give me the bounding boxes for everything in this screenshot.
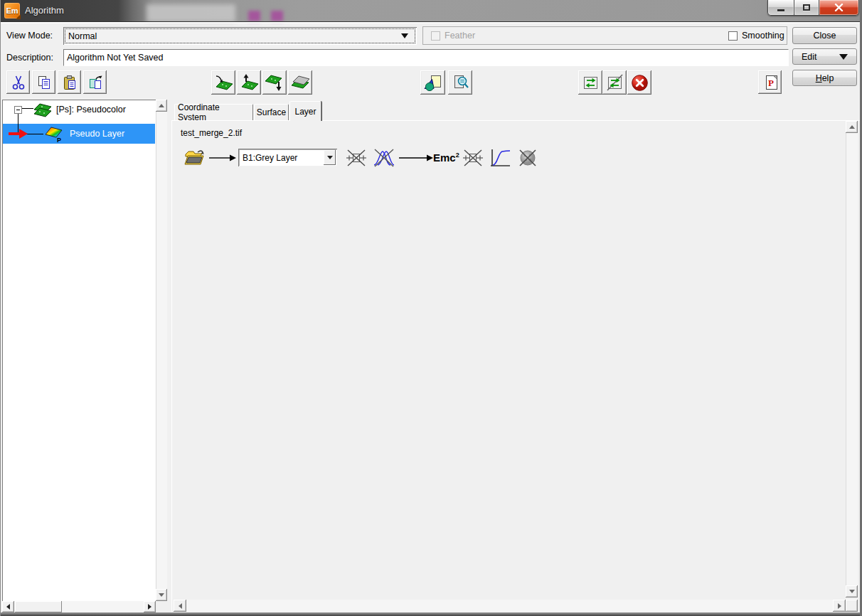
title-bar[interactable]: Em Algorithm xyxy=(1,0,862,22)
view-dataset-button[interactable] xyxy=(448,70,472,95)
refresh-image-button[interactable] xyxy=(578,70,602,95)
view-mode-value: Normal xyxy=(68,31,97,41)
main-hscrollbar[interactable] xyxy=(174,600,846,612)
kernel-sphere-button[interactable] xyxy=(517,148,538,168)
paste-special-button[interactable] xyxy=(83,70,107,94)
arrow-right-icon xyxy=(148,604,151,610)
main-scroll-down-button[interactable] xyxy=(846,585,858,598)
transform-icon xyxy=(489,148,511,168)
main-scroll-left-button[interactable] xyxy=(174,600,186,612)
arrow-up-icon xyxy=(849,125,855,129)
stop-drawing-button[interactable] xyxy=(627,70,651,95)
move-layer-down-button[interactable] xyxy=(262,70,287,95)
clipboard-icon xyxy=(61,74,78,91)
dataset-icon xyxy=(423,73,442,92)
copy-layer-button[interactable] xyxy=(288,70,312,95)
add-raster-layer-button[interactable] xyxy=(211,70,235,95)
print-postscript-button[interactable]: P xyxy=(758,70,782,94)
tree-root-label: [Ps]: Pseudocolor xyxy=(56,105,126,115)
paste-button[interactable] xyxy=(58,70,81,94)
copy-button[interactable] xyxy=(32,70,55,94)
chevron-down-icon xyxy=(327,156,333,159)
feather-smoothing-panel: Feather Smoothing xyxy=(422,26,787,45)
tree-collapse-icon[interactable] xyxy=(14,106,22,114)
tree-scroll-right-button[interactable] xyxy=(144,601,156,612)
view-mode-dropdown[interactable]: Normal xyxy=(63,27,417,45)
scrollbar-corner xyxy=(846,600,858,612)
layer-up-icon xyxy=(239,73,259,92)
arrow-right-icon xyxy=(838,603,841,609)
formula-button[interactable]: Emc2 xyxy=(433,152,459,164)
duplicate-layer-icon xyxy=(290,73,310,92)
tree-child-label: Pseudo Layer xyxy=(70,129,124,139)
tree-item-pseudocolor-surface[interactable]: [Ps]: Pseudocolor xyxy=(2,101,154,120)
open-folder-icon xyxy=(183,147,205,167)
tree-hscroll-thumb[interactable] xyxy=(15,601,62,612)
smoothing-checkbox[interactable] xyxy=(728,31,738,41)
tree-vscrollbar[interactable] xyxy=(156,100,167,601)
arrow-up-icon xyxy=(159,104,164,107)
minimize-icon xyxy=(777,9,784,11)
background-icon-blur xyxy=(271,11,283,21)
current-layer-arrow-icon xyxy=(9,128,28,139)
final-transform-button[interactable] xyxy=(489,148,511,168)
layer-down-icon xyxy=(265,73,284,92)
maximize-icon xyxy=(803,4,810,11)
band-select-combobox[interactable]: B1:Grey Layer xyxy=(238,149,337,166)
tab-coordinate-system[interactable]: Coordinate System xyxy=(174,104,253,120)
band-select-dropdown-button[interactable] xyxy=(324,150,336,165)
arrow-left-icon xyxy=(6,604,10,610)
filter-after-formula-button[interactable] xyxy=(462,148,484,168)
tab-surface[interactable]: Surface xyxy=(254,104,289,120)
tree-scroll-left-button[interactable] xyxy=(2,601,14,612)
help-button[interactable]: Help xyxy=(792,70,857,86)
close-button[interactable]: Close xyxy=(792,27,857,44)
maximize-button[interactable] xyxy=(794,0,819,16)
feather-checkbox[interactable] xyxy=(431,31,440,41)
tree-scroll-up-button[interactable] xyxy=(156,100,167,112)
background-window-blur xyxy=(147,4,235,22)
minimize-button[interactable] xyxy=(767,0,794,16)
pseudo-layer-icon: P xyxy=(45,125,66,144)
tree-scroll-down-button[interactable] xyxy=(156,589,167,601)
filter-before-formula-button[interactable] xyxy=(346,148,367,168)
flow-arrow-icon xyxy=(399,154,433,162)
transform-before-formula-button[interactable] xyxy=(373,148,395,168)
transform-disabled-icon xyxy=(373,148,395,168)
move-layer-up-button[interactable] xyxy=(237,70,261,95)
view-mode-label: View Mode: xyxy=(6,31,53,41)
layer-filename: test_merge_2.tif xyxy=(181,128,242,138)
load-file-button[interactable] xyxy=(183,147,205,167)
main-scroll-right-button[interactable] xyxy=(833,600,846,612)
postscript-icon: P xyxy=(761,73,779,92)
algorithm-window: Em Algorithm View Mode: Normal Feather S… xyxy=(0,0,862,616)
add-layer-icon xyxy=(213,73,233,92)
flow-arrow-icon xyxy=(209,154,236,162)
tree-item-pseudo-layer[interactable]: P Pseudo Layer xyxy=(2,124,154,144)
description-input[interactable] xyxy=(63,49,789,66)
sphere-disabled-icon xyxy=(517,148,538,168)
main-vscrollbar[interactable] xyxy=(846,121,858,598)
close-window-button[interactable] xyxy=(819,0,859,16)
refresh-icon xyxy=(581,73,600,92)
stop-icon xyxy=(630,73,649,92)
chevron-down-icon xyxy=(839,54,848,60)
tab-layer[interactable]: Layer xyxy=(289,101,321,121)
arrow-down-icon xyxy=(159,593,164,597)
surface-layers-icon xyxy=(33,102,53,119)
cut-button[interactable] xyxy=(6,70,30,94)
algorithm-tree: [Ps]: Pseudocolor P Pseudo Layer xyxy=(2,100,156,601)
chevron-down-icon xyxy=(401,33,408,38)
app-logo-icon: Em xyxy=(4,3,20,18)
edit-dropdown-button[interactable]: Edit xyxy=(792,48,857,65)
window-title: Algorithm xyxy=(25,5,64,16)
load-dataset-button[interactable] xyxy=(420,70,445,95)
arrow-left-icon xyxy=(179,603,182,609)
window-controls xyxy=(767,0,859,16)
main-scroll-up-button[interactable] xyxy=(846,121,858,133)
copy-arrow-icon xyxy=(87,74,104,91)
smoothing-label: Smoothing xyxy=(742,31,784,41)
layer-tab-page xyxy=(171,120,862,613)
refresh-selected-button[interactable] xyxy=(602,70,627,95)
magnifier-page-icon xyxy=(451,73,469,92)
